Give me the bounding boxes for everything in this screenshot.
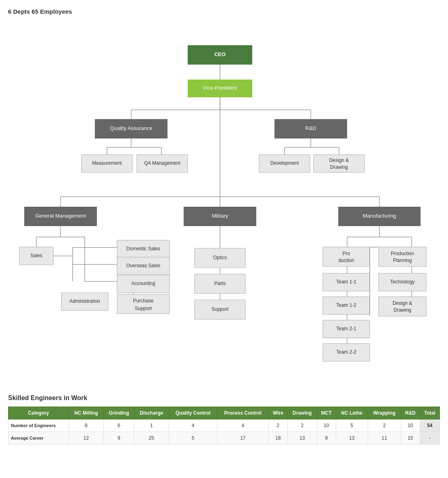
row2-label: Average Career bbox=[8, 432, 69, 444]
col-qc: Quality Control bbox=[169, 407, 217, 419]
qa-label: Quality Assurance bbox=[110, 125, 153, 131]
overseas-sales-label: Overseas Sales bbox=[126, 263, 161, 268]
team22-label: Team 2-2 bbox=[336, 349, 356, 355]
parts-label: Parts bbox=[214, 281, 226, 286]
row2-v5: 17 bbox=[217, 432, 268, 444]
row1-v9: 5 bbox=[336, 419, 368, 432]
col-grinding: Grinding bbox=[104, 407, 134, 419]
table-row: Average Career 12 9 25 5 17 18 13 9 13 1… bbox=[8, 432, 440, 444]
row1-label: Number of Engineers bbox=[8, 419, 69, 432]
row1-v2: 6 bbox=[104, 419, 134, 432]
prod-planning-label: Production bbox=[391, 251, 414, 256]
col-total: Total bbox=[420, 407, 440, 419]
purchase-support-label2: Support bbox=[135, 306, 152, 311]
row1-v10: 2 bbox=[368, 419, 401, 432]
rd-label: R&D bbox=[305, 125, 316, 131]
support-label: Support bbox=[211, 306, 229, 312]
col-nclathe: NC Lathe bbox=[336, 407, 368, 419]
row2-v10: 11 bbox=[368, 432, 401, 444]
military-label: Military bbox=[211, 213, 228, 219]
row1-v6: 2 bbox=[269, 419, 288, 432]
team21-label: Team 2-1 bbox=[336, 326, 356, 331]
row2-v6: 18 bbox=[269, 432, 288, 444]
production-label: Pro bbox=[343, 251, 350, 256]
design-drawing-mfg-node bbox=[379, 297, 426, 316]
row2-v3: 25 bbox=[134, 432, 169, 444]
col-ncmilling: NC Milling bbox=[69, 407, 103, 419]
admin-label: Administration bbox=[69, 298, 100, 304]
optics-label: Optics bbox=[213, 255, 227, 260]
engineers-table: Category NC Milling Grinding Discharge Q… bbox=[8, 407, 440, 444]
table-row: Number of Engineers 8 6 1 4 4 2 2 10 5 2… bbox=[8, 419, 440, 432]
domestic-sales-label: Domestic Sales bbox=[126, 246, 160, 252]
col-discharge: Discharge bbox=[134, 407, 169, 419]
row1-v1: 8 bbox=[69, 419, 103, 432]
col-wire: Wire bbox=[269, 407, 288, 419]
production-node bbox=[323, 247, 370, 266]
col-wrapping: Wrapping bbox=[368, 407, 401, 419]
row2-v9: 13 bbox=[336, 432, 368, 444]
row2-v7: 13 bbox=[287, 432, 317, 444]
mfg-label: Manufacturing bbox=[363, 213, 396, 219]
measurement-label: Measurement bbox=[92, 160, 122, 166]
technology-label: Technology bbox=[390, 279, 415, 285]
production-label2: duction bbox=[339, 258, 354, 263]
development-label: Development bbox=[270, 160, 299, 166]
design-drawing-mfg-label2: Drawing bbox=[394, 307, 411, 313]
design-drawing-rd-label2: Drawing bbox=[330, 164, 348, 170]
sales-label: Sales bbox=[30, 253, 42, 258]
row2-v4: 5 bbox=[169, 432, 217, 444]
row1-v3: 1 bbox=[134, 419, 169, 432]
qa-mgmt-label: QA Management bbox=[144, 160, 181, 166]
row2-v11: 15 bbox=[401, 432, 420, 444]
accounting-label: Accounting bbox=[131, 281, 155, 286]
col-category: Category bbox=[8, 407, 69, 419]
vp-label: Vice-President bbox=[203, 85, 237, 91]
row2-v8: 9 bbox=[317, 432, 336, 444]
col-drawing: Drawing bbox=[287, 407, 317, 419]
col-mct: MCT bbox=[317, 407, 336, 419]
org-chart: .node-rect-green { fill: #4a7c3f; } .nod… bbox=[8, 23, 440, 374]
purchase-support-label: Purchase bbox=[133, 298, 154, 304]
row1-total: 54 bbox=[420, 419, 440, 432]
ceo-label: CEO bbox=[214, 51, 226, 57]
col-pc: Process Control bbox=[217, 407, 268, 419]
design-drawing-rd-label: Design & bbox=[329, 157, 349, 163]
row1-v7: 2 bbox=[287, 419, 317, 432]
row1-v4: 4 bbox=[169, 419, 217, 432]
team11-label: Team 1-1 bbox=[336, 279, 356, 285]
row1-v11: 10 bbox=[401, 419, 420, 432]
prod-planning-node bbox=[379, 247, 426, 266]
row1-v5: 4 bbox=[217, 419, 268, 432]
team12-label: Team 1-2 bbox=[336, 302, 356, 308]
row2-v2: 9 bbox=[104, 432, 134, 444]
skills-title: Skilled Engineers in Work bbox=[8, 394, 440, 402]
row2-total: - bbox=[420, 432, 440, 444]
prod-planning-label2: Planning bbox=[393, 258, 412, 263]
design-drawing-mfg-label: Design & bbox=[393, 300, 412, 306]
skills-section: Skilled Engineers in Work Category NC Mi… bbox=[8, 394, 440, 444]
row1-v8: 10 bbox=[317, 419, 336, 432]
page-title: 6 Depts 65 Employees bbox=[8, 8, 440, 15]
row2-v1: 12 bbox=[69, 432, 103, 444]
gm-label: General Management bbox=[35, 213, 86, 219]
col-rd: R&D bbox=[401, 407, 420, 419]
